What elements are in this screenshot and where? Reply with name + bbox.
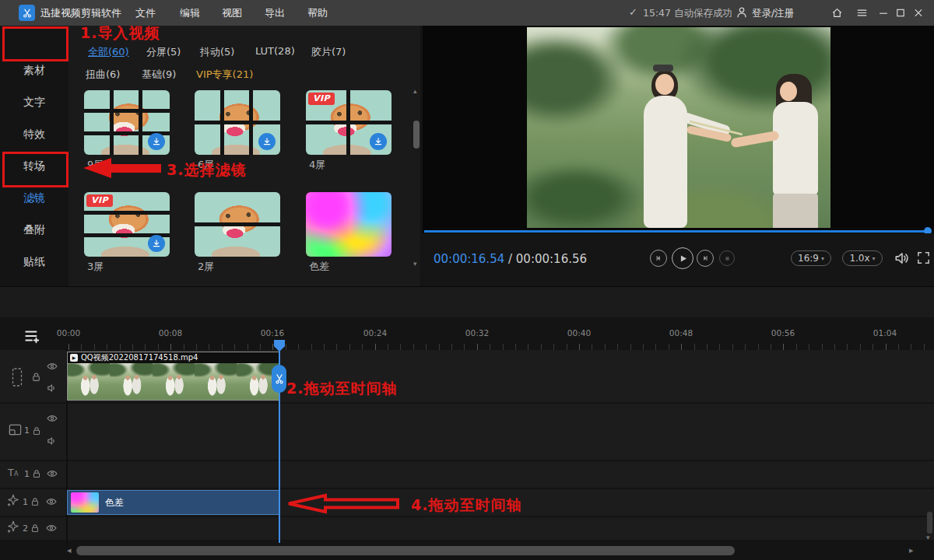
scroll-left-icon[interactable]: ◂: [67, 547, 72, 554]
scrollbar-thumb[interactable]: [413, 121, 420, 149]
download-icon[interactable]: [148, 133, 165, 150]
menu-edit[interactable]: 编辑: [180, 6, 200, 20]
speed-dropdown[interactable]: 1.0x▾: [842, 250, 883, 266]
aspect-ratio-dropdown[interactable]: 16:9▾: [791, 250, 831, 266]
speaker-icon[interactable]: [46, 382, 58, 394]
user-icon[interactable]: [735, 5, 749, 19]
total-time: 00:00:16.56: [516, 252, 587, 266]
filter-card-3screen[interactable]: VIP: [84, 192, 170, 257]
sidebar-item-filters[interactable]: 滤镜: [0, 186, 68, 209]
sidebar-item-overlay[interactable]: 叠附: [0, 218, 68, 241]
effect-track-2[interactable]: [0, 517, 934, 540]
volume-icon[interactable]: [894, 250, 911, 267]
progress-fill: [424, 230, 929, 233]
maximize-button[interactable]: [895, 7, 906, 19]
scroll-down-icon[interactable]: ▾: [413, 261, 417, 268]
scroll-up-icon[interactable]: ▴: [413, 88, 417, 95]
ruler-label: 00:40: [564, 328, 595, 338]
filter-panel-scrollbar[interactable]: ▴ ▾: [413, 96, 420, 281]
sidebar-item-stickers[interactable]: 贴纸: [0, 250, 68, 273]
play-button[interactable]: [672, 247, 693, 269]
annotation-step3: 3.选择滤镜: [167, 160, 246, 180]
filter-panel: 全部(60) 分屏(5) 抖动(5) LUT(28) 胶片(7) 扭曲(6) 基…: [68, 26, 420, 286]
login-register-link[interactable]: 登录/注册: [752, 7, 794, 20]
time-display: 00:00:16.54 / 00:00:16.56: [434, 252, 587, 266]
close-button[interactable]: [913, 7, 924, 19]
preview-panel: [423, 26, 934, 230]
tab-shake[interactable]: 抖动(5): [200, 45, 234, 59]
scroll-down-icon[interactable]: ▾: [926, 534, 930, 541]
sidebar-item-text[interactable]: 文字: [0, 90, 68, 114]
ruler-label: 00:08: [155, 328, 186, 338]
next-frame-button[interactable]: [697, 250, 714, 267]
hamburger-menu-icon[interactable]: [856, 7, 868, 19]
ruler-label: 00:00: [53, 328, 84, 338]
lock-icon[interactable]: [31, 425, 42, 436]
scroll-right-icon[interactable]: ▸: [909, 547, 914, 554]
menu-view[interactable]: 视图: [222, 6, 242, 20]
video-clip[interactable]: ▶ QQ视频20220817174518.mp4: [67, 352, 279, 401]
prev-frame-button[interactable]: [650, 250, 667, 267]
filter-card-6screen[interactable]: [195, 90, 280, 155]
play-badge-icon: ▶: [70, 354, 78, 362]
text-track-number: 1: [24, 469, 30, 479]
video-preview[interactable]: [527, 27, 830, 228]
stop-button[interactable]: [719, 250, 735, 266]
split-at-playhead-button[interactable]: [272, 365, 286, 393]
filter-card-2screen[interactable]: [195, 192, 280, 257]
add-track-icon[interactable]: [23, 327, 40, 345]
filter-card-4screen[interactable]: VIP: [306, 90, 392, 155]
vip-badge: VIP: [308, 93, 335, 105]
eye-icon[interactable]: [46, 412, 58, 425]
tab-basic[interactable]: 基础(9): [142, 68, 176, 82]
pip-track[interactable]: [0, 404, 934, 460]
menu-file[interactable]: 文件: [135, 6, 156, 20]
text-track[interactable]: [0, 461, 934, 488]
home-icon[interactable]: [831, 7, 843, 19]
filter-name-3screen: 3屏: [87, 260, 104, 274]
effect-track-2-number: 2: [23, 523, 28, 534]
current-time: 00:00:16.54: [434, 252, 504, 266]
timeline-vertical-scrollbar[interactable]: [927, 512, 932, 534]
filter-clip[interactable]: 色差: [67, 490, 279, 515]
speaker-icon[interactable]: [46, 435, 58, 447]
filter-name-2screen: 2屏: [198, 260, 214, 274]
sidebar-item-media[interactable]: 素材: [0, 58, 68, 82]
filter-clip-thumbnail: [71, 492, 99, 513]
filter-card-9screen[interactable]: [84, 90, 170, 155]
sidebar-item-effects[interactable]: 特效: [0, 122, 68, 145]
eye-icon[interactable]: [46, 360, 58, 373]
tab-film[interactable]: 胶片(7): [311, 45, 346, 59]
lock-icon[interactable]: [30, 523, 40, 534]
annotation-step1: 1.导入视频: [80, 23, 160, 44]
tab-splitscreen[interactable]: 分屏(5): [146, 45, 181, 59]
annotation-box-filters: [2, 152, 68, 187]
timeline-horizontal-scrollbar[interactable]: [76, 546, 735, 555]
app-window: 迅捷视频剪辑软件 文件 编辑 视图 导出 帮助 ✓ 15:47 自动保存成功 登…: [0, 0, 934, 560]
filter-name-chromatic: 色差: [309, 260, 329, 274]
lock-icon[interactable]: [31, 468, 42, 479]
menu-export[interactable]: 导出: [265, 6, 285, 20]
chevron-down-icon: ▾: [873, 255, 876, 262]
annotation-box-media: [2, 26, 68, 61]
effect-track-icon: [6, 520, 20, 534]
download-icon[interactable]: [370, 133, 387, 150]
eye-icon[interactable]: [45, 522, 58, 534]
grid-overlay: [195, 192, 280, 257]
eye-icon[interactable]: [46, 467, 58, 480]
menu-help[interactable]: 帮助: [307, 6, 328, 20]
lock-icon[interactable]: [30, 496, 40, 507]
minimize-button[interactable]: [878, 7, 889, 19]
fullscreen-icon[interactable]: [916, 250, 931, 265]
download-icon[interactable]: [258, 133, 276, 150]
filter-card-chromatic[interactable]: [306, 192, 392, 257]
tab-lut[interactable]: LUT(28): [255, 45, 295, 57]
filter-name-4screen: 4屏: [309, 158, 325, 172]
tab-distort[interactable]: 扭曲(6): [86, 68, 120, 82]
tab-vip[interactable]: VIP专享(21): [196, 68, 253, 82]
lock-icon[interactable]: [30, 371, 42, 383]
download-icon[interactable]: [148, 235, 165, 252]
tab-all[interactable]: 全部(60): [88, 45, 129, 59]
eye-icon[interactable]: [45, 495, 58, 508]
ruler-label: 01:04: [869, 328, 901, 338]
